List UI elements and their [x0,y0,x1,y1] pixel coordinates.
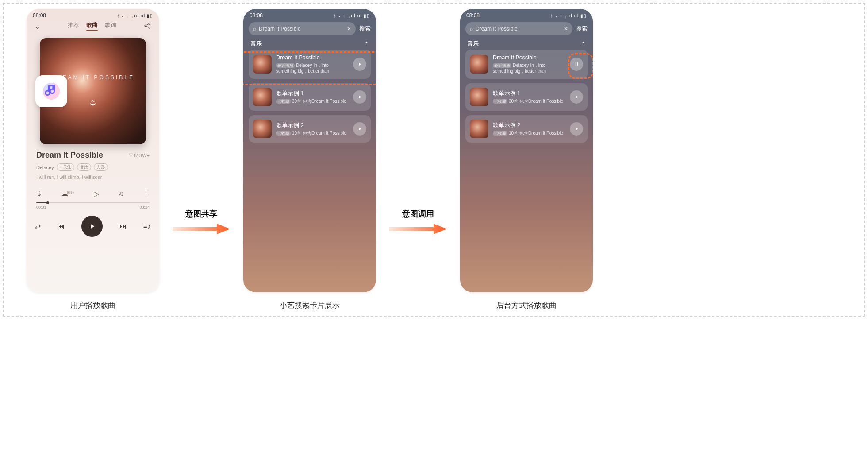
pill-shape[interactable]: 方形 [94,163,108,171]
result-card-song[interactable]: Dream It Possible 最近播放Delacey-In，into so… [249,50,371,79]
arrow-right-icon [389,223,447,235]
player-controls: ⇄ ⏮ ⏭ ≡♪ [27,216,159,237]
svg-point-0 [145,25,146,26]
search-icon: ⌕ [253,26,256,32]
thumb [253,120,272,138]
section-head: 音乐 ⌃ [243,35,376,50]
play-icon[interactable] [353,122,366,136]
status-time: 08:08 [250,12,263,19]
playlist-icon[interactable]: ≡♪ [143,222,151,230]
more-icon[interactable]: ⋮ [142,190,150,198]
search-button[interactable]: 搜索 [576,25,588,33]
tab-song[interactable]: 歌曲 [86,21,98,31]
card-list: Dream It Possible 最近播放Delacey-In，into so… [460,50,593,143]
player-tabs[interactable]: 推荐 歌曲 歌词 [68,21,116,31]
col-search-play: 08:08 ᚼ ▾ ⋮ ₎ııl ııl ▮▯ ⌕ Dream It Possi… [243,9,376,310]
arrow-right-icon [173,223,230,235]
result-card-playlist[interactable]: 歌单示例 2 已收藏10首 包含Dream It Possible [465,115,588,143]
clear-icon[interactable]: ✕ [564,26,568,32]
pill-sound[interactable]: 音效 [77,163,91,171]
arrow-invoke: 意图调用 [389,209,447,235]
bell-icon[interactable]: ♫ [118,190,123,198]
shuffle-icon[interactable]: ⇄ [35,222,41,231]
search-bar: ⌕ Dream It Possible ✕ 搜索 [465,22,588,35]
search-icon: ⌕ [470,26,473,32]
svg-rect-5 [577,62,578,66]
phone-search-pause: 08:08 ᚼ ▾ ⋮ ₎ııl ııl ▮▯ ⌕ Dream It Possi… [460,9,593,292]
result-card-song[interactable]: Dream It Possible 最近播放Delacey-In，into so… [465,50,588,79]
thumb [470,120,488,138]
phone-player: 08:08 ᚼ ▾ ⋮ ₎ııl ııl ▮▯ ⌄ 推荐 歌曲 歌词 DREAM… [27,9,159,292]
tab-recommend[interactable]: 推荐 [68,21,79,31]
status-icons: ᚼ ▾ ⋮ ₎ııl ııl ▮▯ [550,13,587,18]
prev-icon[interactable]: ⏮ [58,222,65,230]
svg-rect-4 [575,62,576,66]
huawei-logo-icon [88,98,98,108]
video-icon[interactable]: ▷ [94,190,99,198]
caption-2: 小艺搜索卡片展示 [280,300,340,310]
search-input[interactable]: ⌕ Dream It Possible ✕ [465,22,572,35]
chevron-up-icon[interactable]: ⌃ [364,41,369,47]
thumb [470,88,488,106]
download-icon[interactable]: ⇣ [36,190,42,198]
time-total: 03:24 [139,205,150,209]
col-player: 08:08 ᚼ ▾ ⋮ ₎ııl ııl ▮▯ ⌄ 推荐 歌曲 歌词 DREAM… [27,9,159,310]
status-icons: ᚼ ▾ ⋮ ₎ııl ııl ▮▯ [117,13,153,18]
caption-1: 用户播放歌曲 [70,300,115,310]
phone-search-play: 08:08 ᚼ ▾ ⋮ ₎ııl ııl ▮▯ ⌕ Dream It Possi… [243,9,376,292]
pill-follow[interactable]: + 关注 [57,163,74,171]
svg-point-2 [149,27,150,28]
result-card-playlist[interactable]: 歌单示例 2 已收藏10首 包含Dream It Possible [249,115,371,143]
play-icon[interactable] [570,90,583,104]
arrow-share: 意图共享 [173,209,230,235]
song-title: Dream It Possible [36,151,103,160]
artist-name[interactable]: Delacey [36,165,54,170]
time-elapsed: 00:01 [36,205,46,209]
card-list: Dream It Possible 最近播放Delacey-In，into so… [243,50,376,143]
status-bar: 08:08 ᚼ ▾ ⋮ ₎ııl ııl ▮▯ [460,9,593,20]
result-card-playlist[interactable]: 歌单示例 1 已收藏30首 包含Dream It Possible [465,83,588,111]
clear-icon[interactable]: ✕ [347,26,351,32]
thumb [253,55,272,74]
music-app-icon [35,75,67,107]
thumb [470,55,488,74]
chevron-up-icon[interactable]: ⌃ [581,41,586,47]
play-icon[interactable] [353,90,366,104]
player-actions: ⇣ ☁999+ ▷ ♫ ⋮ [27,190,159,198]
tab-lyrics[interactable]: 歌词 [105,21,116,31]
status-time: 08:08 [33,12,46,19]
result-card-playlist[interactable]: 歌单示例 1 已收藏30首 包含Dream It Possible [249,83,371,111]
search-button[interactable]: 搜索 [359,25,371,33]
comment-icon[interactable]: ☁999+ [61,190,75,198]
status-time: 08:08 [466,12,480,19]
play-button[interactable] [81,216,103,237]
search-bar: ⌕ Dream It Possible ✕ 搜索 [249,22,371,35]
caption-3: 后台方式播放歌曲 [496,300,557,310]
status-icons: ᚼ ▾ ⋮ ₎ııl ııl ▮▯ [334,13,370,18]
play-icon[interactable] [353,58,366,71]
status-bar: 08:08 ᚼ ▾ ⋮ ₎ııl ııl ▮▯ [243,9,376,20]
share-icon[interactable] [143,22,151,31]
col-search-pause: 08:08 ᚼ ▾ ⋮ ₎ııl ııl ▮▯ ⌕ Dream It Possi… [460,9,593,310]
status-bar: 08:08 ᚼ ▾ ⋮ ₎ııl ııl ▮▯ [27,9,159,20]
chevron-down-icon[interactable]: ⌄ [35,22,40,31]
lyric-preview: I will run, I will climb, I will soar [36,174,150,180]
player-meta: Dream It Possible ♡613W+ Delacey + 关注 音效… [27,144,159,180]
play-icon[interactable] [570,122,583,136]
progress-bar[interactable]: 00:01 03:24 [36,202,150,209]
section-head: 音乐 ⌃ [460,35,593,50]
pause-icon[interactable] [570,58,583,71]
thumb [253,88,272,106]
like-button[interactable]: ♡613W+ [129,152,150,158]
next-icon[interactable]: ⏭ [119,222,127,230]
player-top-nav: ⌄ 推荐 歌曲 歌词 [27,20,159,34]
svg-point-1 [149,23,150,24]
search-input[interactable]: ⌕ Dream It Possible ✕ [249,22,356,35]
